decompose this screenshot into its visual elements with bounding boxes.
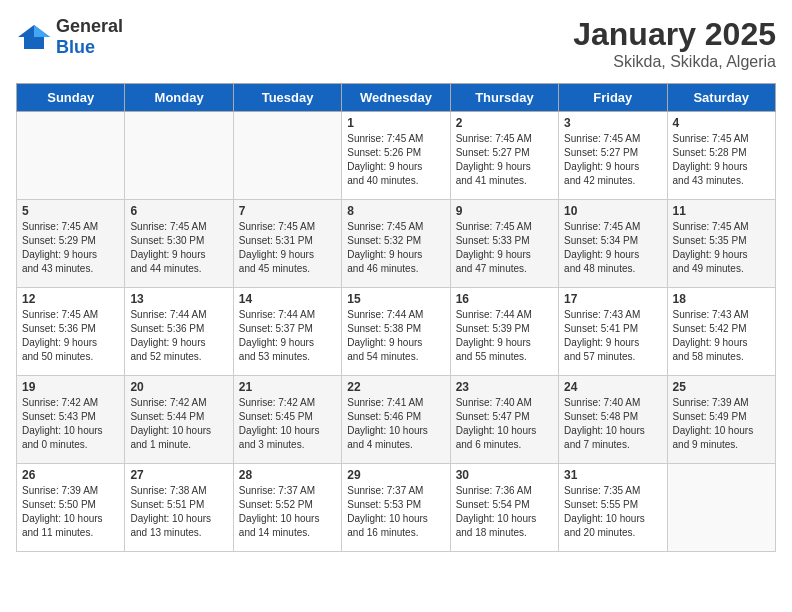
day-info: Sunrise: 7:36 AM Sunset: 5:54 PM Dayligh… <box>456 484 553 540</box>
day-info: Sunrise: 7:44 AM Sunset: 5:37 PM Dayligh… <box>239 308 336 364</box>
calendar-cell: 26Sunrise: 7:39 AM Sunset: 5:50 PM Dayli… <box>17 464 125 552</box>
day-number: 9 <box>456 204 553 218</box>
weekday-sunday: Sunday <box>17 84 125 112</box>
calendar-table: SundayMondayTuesdayWednesdayThursdayFrid… <box>16 83 776 552</box>
day-info: Sunrise: 7:42 AM Sunset: 5:45 PM Dayligh… <box>239 396 336 452</box>
day-number: 6 <box>130 204 227 218</box>
weekday-wednesday: Wednesday <box>342 84 450 112</box>
day-number: 19 <box>22 380 119 394</box>
calendar-cell: 16Sunrise: 7:44 AM Sunset: 5:39 PM Dayli… <box>450 288 558 376</box>
day-number: 1 <box>347 116 444 130</box>
day-number: 20 <box>130 380 227 394</box>
calendar-cell <box>125 112 233 200</box>
calendar-cell <box>233 112 341 200</box>
logo-icon <box>16 23 52 51</box>
day-info: Sunrise: 7:45 AM Sunset: 5:26 PM Dayligh… <box>347 132 444 188</box>
day-info: Sunrise: 7:40 AM Sunset: 5:47 PM Dayligh… <box>456 396 553 452</box>
week-row-5: 26Sunrise: 7:39 AM Sunset: 5:50 PM Dayli… <box>17 464 776 552</box>
logo: General Blue <box>16 16 123 58</box>
day-info: Sunrise: 7:37 AM Sunset: 5:52 PM Dayligh… <box>239 484 336 540</box>
day-number: 15 <box>347 292 444 306</box>
day-info: Sunrise: 7:45 AM Sunset: 5:29 PM Dayligh… <box>22 220 119 276</box>
calendar-cell: 14Sunrise: 7:44 AM Sunset: 5:37 PM Dayli… <box>233 288 341 376</box>
calendar-cell <box>17 112 125 200</box>
day-number: 21 <box>239 380 336 394</box>
title-area: January 2025 Skikda, Skikda, Algeria <box>573 16 776 71</box>
calendar-cell: 27Sunrise: 7:38 AM Sunset: 5:51 PM Dayli… <box>125 464 233 552</box>
week-row-1: 1Sunrise: 7:45 AM Sunset: 5:26 PM Daylig… <box>17 112 776 200</box>
day-number: 26 <box>22 468 119 482</box>
day-number: 31 <box>564 468 661 482</box>
day-info: Sunrise: 7:40 AM Sunset: 5:48 PM Dayligh… <box>564 396 661 452</box>
day-number: 16 <box>456 292 553 306</box>
day-info: Sunrise: 7:45 AM Sunset: 5:36 PM Dayligh… <box>22 308 119 364</box>
month-title: January 2025 <box>573 16 776 53</box>
day-number: 4 <box>673 116 770 130</box>
day-info: Sunrise: 7:44 AM Sunset: 5:39 PM Dayligh… <box>456 308 553 364</box>
calendar-cell: 10Sunrise: 7:45 AM Sunset: 5:34 PM Dayli… <box>559 200 667 288</box>
logo-blue-text: Blue <box>56 37 95 57</box>
calendar-cell: 6Sunrise: 7:45 AM Sunset: 5:30 PM Daylig… <box>125 200 233 288</box>
calendar-cell: 22Sunrise: 7:41 AM Sunset: 5:46 PM Dayli… <box>342 376 450 464</box>
weekday-monday: Monday <box>125 84 233 112</box>
day-info: Sunrise: 7:43 AM Sunset: 5:42 PM Dayligh… <box>673 308 770 364</box>
calendar-cell: 13Sunrise: 7:44 AM Sunset: 5:36 PM Dayli… <box>125 288 233 376</box>
day-number: 11 <box>673 204 770 218</box>
day-info: Sunrise: 7:45 AM Sunset: 5:31 PM Dayligh… <box>239 220 336 276</box>
day-info: Sunrise: 7:42 AM Sunset: 5:43 PM Dayligh… <box>22 396 119 452</box>
day-number: 29 <box>347 468 444 482</box>
day-number: 27 <box>130 468 227 482</box>
day-number: 30 <box>456 468 553 482</box>
day-info: Sunrise: 7:45 AM Sunset: 5:27 PM Dayligh… <box>564 132 661 188</box>
day-number: 23 <box>456 380 553 394</box>
day-info: Sunrise: 7:44 AM Sunset: 5:36 PM Dayligh… <box>130 308 227 364</box>
calendar-cell: 24Sunrise: 7:40 AM Sunset: 5:48 PM Dayli… <box>559 376 667 464</box>
calendar-cell: 21Sunrise: 7:42 AM Sunset: 5:45 PM Dayli… <box>233 376 341 464</box>
day-info: Sunrise: 7:41 AM Sunset: 5:46 PM Dayligh… <box>347 396 444 452</box>
day-info: Sunrise: 7:42 AM Sunset: 5:44 PM Dayligh… <box>130 396 227 452</box>
day-number: 18 <box>673 292 770 306</box>
weekday-friday: Friday <box>559 84 667 112</box>
day-info: Sunrise: 7:45 AM Sunset: 5:28 PM Dayligh… <box>673 132 770 188</box>
calendar-cell: 25Sunrise: 7:39 AM Sunset: 5:49 PM Dayli… <box>667 376 775 464</box>
calendar-cell: 17Sunrise: 7:43 AM Sunset: 5:41 PM Dayli… <box>559 288 667 376</box>
week-row-3: 12Sunrise: 7:45 AM Sunset: 5:36 PM Dayli… <box>17 288 776 376</box>
calendar-cell: 23Sunrise: 7:40 AM Sunset: 5:47 PM Dayli… <box>450 376 558 464</box>
weekday-saturday: Saturday <box>667 84 775 112</box>
logo-general-text: General <box>56 16 123 36</box>
day-number: 12 <box>22 292 119 306</box>
day-info: Sunrise: 7:45 AM Sunset: 5:34 PM Dayligh… <box>564 220 661 276</box>
calendar-cell: 20Sunrise: 7:42 AM Sunset: 5:44 PM Dayli… <box>125 376 233 464</box>
calendar-cell: 30Sunrise: 7:36 AM Sunset: 5:54 PM Dayli… <box>450 464 558 552</box>
day-number: 13 <box>130 292 227 306</box>
day-number: 14 <box>239 292 336 306</box>
weekday-header-row: SundayMondayTuesdayWednesdayThursdayFrid… <box>17 84 776 112</box>
day-info: Sunrise: 7:39 AM Sunset: 5:49 PM Dayligh… <box>673 396 770 452</box>
calendar-cell: 11Sunrise: 7:45 AM Sunset: 5:35 PM Dayli… <box>667 200 775 288</box>
calendar-cell <box>667 464 775 552</box>
day-info: Sunrise: 7:43 AM Sunset: 5:41 PM Dayligh… <box>564 308 661 364</box>
day-number: 8 <box>347 204 444 218</box>
day-info: Sunrise: 7:38 AM Sunset: 5:51 PM Dayligh… <box>130 484 227 540</box>
location-title: Skikda, Skikda, Algeria <box>573 53 776 71</box>
day-number: 24 <box>564 380 661 394</box>
day-info: Sunrise: 7:35 AM Sunset: 5:55 PM Dayligh… <box>564 484 661 540</box>
week-row-4: 19Sunrise: 7:42 AM Sunset: 5:43 PM Dayli… <box>17 376 776 464</box>
day-info: Sunrise: 7:45 AM Sunset: 5:35 PM Dayligh… <box>673 220 770 276</box>
page-header: General Blue January 2025 Skikda, Skikda… <box>16 16 776 71</box>
weekday-thursday: Thursday <box>450 84 558 112</box>
day-number: 5 <box>22 204 119 218</box>
calendar-cell: 15Sunrise: 7:44 AM Sunset: 5:38 PM Dayli… <box>342 288 450 376</box>
day-info: Sunrise: 7:39 AM Sunset: 5:50 PM Dayligh… <box>22 484 119 540</box>
calendar-cell: 31Sunrise: 7:35 AM Sunset: 5:55 PM Dayli… <box>559 464 667 552</box>
day-number: 25 <box>673 380 770 394</box>
calendar-cell: 3Sunrise: 7:45 AM Sunset: 5:27 PM Daylig… <box>559 112 667 200</box>
calendar-cell: 18Sunrise: 7:43 AM Sunset: 5:42 PM Dayli… <box>667 288 775 376</box>
calendar-cell: 29Sunrise: 7:37 AM Sunset: 5:53 PM Dayli… <box>342 464 450 552</box>
calendar-cell: 19Sunrise: 7:42 AM Sunset: 5:43 PM Dayli… <box>17 376 125 464</box>
day-info: Sunrise: 7:45 AM Sunset: 5:27 PM Dayligh… <box>456 132 553 188</box>
weekday-tuesday: Tuesday <box>233 84 341 112</box>
calendar-cell: 7Sunrise: 7:45 AM Sunset: 5:31 PM Daylig… <box>233 200 341 288</box>
calendar-body: 1Sunrise: 7:45 AM Sunset: 5:26 PM Daylig… <box>17 112 776 552</box>
day-number: 28 <box>239 468 336 482</box>
